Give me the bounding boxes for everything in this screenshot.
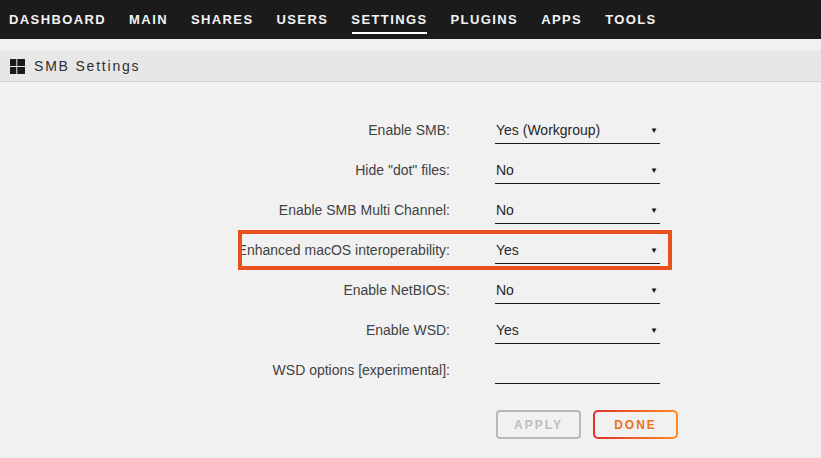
nav-item-apps[interactable]: APPS	[541, 12, 582, 27]
nav-item-shares[interactable]: SHARES	[191, 12, 254, 27]
wsd-options-label: WSD options [experimental]:	[0, 354, 450, 394]
enable-smb-select[interactable]: Yes (Workgroup) ▼	[495, 118, 660, 144]
nav-item-users[interactable]: USERS	[277, 12, 329, 27]
dropdown-arrow-icon: ▼	[650, 286, 658, 298]
dropdown-arrow-icon: ▼	[650, 126, 658, 138]
row-wsd-options: WSD options [experimental]:	[0, 354, 821, 394]
smb-settings-form: Enable SMB: Yes (Workgroup) ▼ Hide "dot"…	[0, 82, 821, 439]
dropdown-arrow-icon: ▼	[650, 206, 658, 218]
smb-multi-channel-value: No	[496, 202, 514, 218]
section-header: SMB Settings	[0, 51, 821, 82]
nav-item-settings[interactable]: SETTINGS	[351, 12, 427, 27]
dropdown-arrow-icon: ▼	[650, 326, 658, 338]
nav-item-tools[interactable]: TOOLS	[605, 12, 657, 27]
macos-interoperability-value: Yes	[496, 242, 519, 258]
page-title: SMB Settings	[34, 58, 140, 74]
smb-settings-page: DASHBOARD MAIN SHARES USERS SETTINGS PLU…	[0, 0, 821, 458]
enable-smb-value: Yes (Workgroup)	[496, 122, 600, 138]
macos-interoperability-select[interactable]: Yes ▼	[495, 238, 660, 264]
row-enable-netbios: Enable NetBIOS: No ▼	[0, 274, 821, 314]
nav-item-main[interactable]: MAIN	[129, 12, 168, 27]
smb-multi-channel-select[interactable]: No ▼	[495, 198, 660, 224]
smb-multi-channel-label: Enable SMB Multi Channel:	[0, 194, 450, 234]
done-button[interactable]: DONE	[593, 410, 678, 439]
row-macos-interoperability: Enhanced macOS interoperability: Yes ▼	[0, 234, 821, 274]
dropdown-arrow-icon: ▼	[650, 166, 658, 178]
nav-item-plugins[interactable]: PLUGINS	[451, 12, 519, 27]
macos-interoperability-label: Enhanced macOS interoperability:	[0, 234, 450, 274]
windows-logo-icon	[10, 59, 25, 74]
row-smb-multi-channel: Enable SMB Multi Channel: No ▼	[0, 194, 821, 234]
enable-netbios-label: Enable NetBIOS:	[0, 274, 450, 314]
wsd-options-input[interactable]	[496, 362, 658, 378]
enable-netbios-value: No	[496, 282, 514, 298]
apply-button[interactable]: APPLY	[496, 410, 581, 439]
enable-wsd-value: Yes	[496, 322, 519, 338]
nav-item-dashboard[interactable]: DASHBOARD	[9, 12, 106, 27]
top-navbar: DASHBOARD MAIN SHARES USERS SETTINGS PLU…	[0, 0, 821, 39]
done-button-label: DONE	[595, 412, 676, 437]
dropdown-arrow-icon: ▼	[650, 246, 658, 258]
hide-dot-files-value: No	[496, 162, 514, 178]
enable-wsd-select[interactable]: Yes ▼	[495, 318, 660, 344]
hide-dot-files-label: Hide "dot" files:	[0, 154, 450, 194]
row-hide-dot-files: Hide "dot" files: No ▼	[0, 154, 821, 194]
enable-wsd-label: Enable WSD:	[0, 314, 450, 354]
row-enable-wsd: Enable WSD: Yes ▼	[0, 314, 821, 354]
spacer-strip	[0, 39, 821, 51]
enable-netbios-select[interactable]: No ▼	[495, 278, 660, 304]
enable-smb-label: Enable SMB:	[0, 114, 450, 154]
wsd-options-field-wrap	[495, 358, 660, 384]
settings-form-area: Enable SMB: Yes (Workgroup) ▼ Hide "dot"…	[0, 82, 821, 457]
hide-dot-files-select[interactable]: No ▼	[495, 158, 660, 184]
form-buttons: APPLY DONE	[496, 410, 821, 439]
row-enable-smb: Enable SMB: Yes (Workgroup) ▼	[0, 114, 821, 154]
